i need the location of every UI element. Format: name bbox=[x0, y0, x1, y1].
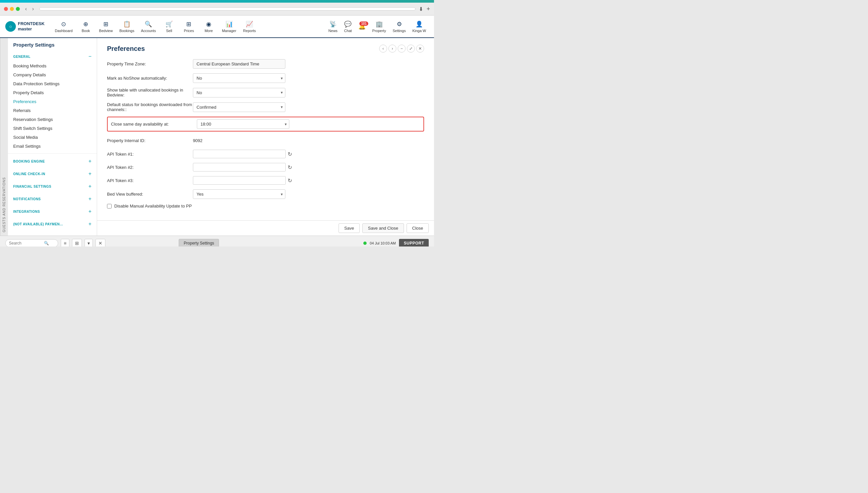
settings-icon: ⚙ bbox=[397, 21, 402, 28]
page-title: Preferences bbox=[107, 45, 145, 52]
general-section-title: GENERAL bbox=[13, 55, 30, 59]
api-token2-refresh-button[interactable]: ↻ bbox=[288, 164, 292, 171]
forward-button[interactable]: › bbox=[30, 5, 36, 13]
minus-nav-button[interactable]: − bbox=[398, 45, 406, 52]
sidebar-item-data-protection[interactable]: Data Protection Settings bbox=[8, 79, 97, 88]
search-input[interactable] bbox=[9, 241, 42, 245]
property-settings-tab[interactable]: Property Settings bbox=[179, 239, 219, 247]
disable-manual-checkbox[interactable] bbox=[107, 204, 112, 209]
online-status-indicator bbox=[363, 241, 366, 245]
api-token3-refresh-button[interactable]: ↻ bbox=[288, 177, 292, 184]
close-bottom-button[interactable]: ✕ bbox=[95, 239, 105, 247]
integrations-header[interactable]: INTEGRATIONS + bbox=[8, 207, 97, 216]
minimize-button[interactable] bbox=[10, 7, 14, 11]
notifications-header[interactable]: NOTIFICATIONS + bbox=[8, 194, 97, 204]
api-token3-input[interactable] bbox=[193, 176, 286, 185]
online-checkin-header[interactable]: ONLINE CHECK-IN + bbox=[8, 169, 97, 179]
nav-settings[interactable]: ⚙ Settings bbox=[390, 18, 408, 35]
nav-accounts-label: Accounts bbox=[141, 29, 156, 33]
general-section-header[interactable]: GENERAL − bbox=[8, 51, 97, 62]
nav-more[interactable]: ◉ More bbox=[199, 18, 219, 35]
bookings-icon: 📋 bbox=[123, 21, 131, 28]
nav-notifications[interactable]: 🔔 101 bbox=[356, 20, 368, 33]
nav-sell[interactable]: 🛒 Sell bbox=[159, 18, 179, 35]
general-section: GENERAL − Booking Methods Company Detail… bbox=[8, 51, 97, 151]
next-arrow-button[interactable]: › bbox=[388, 45, 396, 52]
logo: ○ FRONTDESK master bbox=[5, 21, 45, 32]
reports-icon: 📈 bbox=[246, 21, 253, 28]
unallocated-label: Show table with unallocated bookings in … bbox=[107, 88, 193, 98]
nav-chat[interactable]: 💬 Chat bbox=[341, 18, 354, 35]
financial-header[interactable]: FINANCIAL SETTINGS + bbox=[8, 181, 97, 191]
close-button[interactable]: Close bbox=[406, 223, 429, 233]
api-token2-input[interactable] bbox=[193, 163, 286, 171]
grid-button[interactable]: ⊞ bbox=[72, 239, 82, 247]
nav-prices[interactable]: ⊞ Prices bbox=[179, 18, 199, 35]
sidebar-item-property-details[interactable]: Property Details bbox=[8, 88, 97, 97]
payments-header[interactable]: (NOT AVAILABLE) PAYMEN... + bbox=[8, 219, 97, 229]
nav-book[interactable]: ⊕ Book bbox=[76, 18, 96, 35]
prev-arrow-button[interactable]: ‹ bbox=[379, 45, 387, 52]
sidebar-item-referrals[interactable]: Referrals bbox=[8, 106, 97, 115]
sidebar-tab-label: GUESTS AND RESERVATIONS bbox=[2, 177, 6, 232]
nav-news-label: News bbox=[328, 29, 338, 33]
download-icon[interactable]: ⬇ bbox=[419, 6, 423, 12]
bed-view-select[interactable]: Yes No bbox=[193, 189, 285, 199]
close-nav-button[interactable]: ✕ bbox=[416, 45, 424, 52]
api-token1-refresh-button[interactable]: ↻ bbox=[288, 151, 292, 157]
chevron-down-button[interactable]: ▾ bbox=[85, 239, 93, 247]
address-bar[interactable] bbox=[39, 7, 416, 10]
new-tab-icon[interactable]: + bbox=[426, 6, 430, 13]
nav-reports[interactable]: 📈 Reports bbox=[240, 18, 259, 35]
sidebar-item-booking-methods[interactable]: Booking Methods bbox=[8, 62, 97, 70]
nav-bookings[interactable]: 📋 Bookings bbox=[116, 18, 137, 35]
notifications-add-icon: + bbox=[89, 196, 91, 202]
online-checkin-add-icon: + bbox=[89, 171, 91, 177]
api-token3-wrapper: ↻ bbox=[193, 176, 292, 185]
save-close-button[interactable]: Save and Close bbox=[362, 223, 404, 233]
nav-manager[interactable]: 📊 Manager bbox=[219, 18, 240, 35]
nav-bedview[interactable]: ⊞ Bedview bbox=[96, 18, 116, 35]
financial-title: FINANCIAL SETTINGS bbox=[13, 185, 51, 188]
book-icon: ⊕ bbox=[83, 21, 88, 28]
sell-icon: 🛒 bbox=[165, 21, 173, 28]
sidebar-item-company-details[interactable]: Company Details bbox=[8, 70, 97, 79]
nav-accounts[interactable]: 🔍 Accounts bbox=[138, 18, 159, 35]
nav-bedview-label: Bedview bbox=[99, 29, 113, 33]
api-token1-input[interactable] bbox=[193, 150, 286, 158]
sidebar-item-shift-switch[interactable]: Shift Switch Settings bbox=[8, 124, 97, 133]
booking-engine-header[interactable]: BOOKING ENGINE + bbox=[8, 156, 97, 166]
sidebar-item-reservation-settings[interactable]: Reservation Settings bbox=[8, 115, 97, 124]
noshow-select[interactable]: No Yes bbox=[193, 73, 285, 83]
unallocated-select[interactable]: No Yes bbox=[193, 88, 285, 98]
booking-engine-title: BOOKING ENGINE bbox=[13, 159, 45, 163]
back-button[interactable]: ‹ bbox=[23, 5, 29, 13]
sidebar-item-email-settings[interactable]: Email Settings bbox=[8, 142, 97, 151]
sidebar-item-social-media[interactable]: Social Media bbox=[8, 133, 97, 142]
api-token3-label: API Token #3: bbox=[107, 178, 193, 183]
save-button[interactable]: Save bbox=[338, 223, 360, 233]
nav-property-label: Property bbox=[372, 29, 386, 33]
default-status-select[interactable]: Confirmed Provisional bbox=[193, 103, 285, 112]
maximize-button[interactable] bbox=[16, 7, 20, 11]
internal-id-row: Property Internal ID: 9092 bbox=[107, 136, 424, 145]
nav-sell-label: Sell bbox=[166, 29, 172, 33]
nav-user[interactable]: 👤 Kinga W bbox=[409, 18, 429, 35]
expand-nav-button[interactable]: ⤢ bbox=[407, 45, 415, 52]
search-box[interactable]: 🔍 bbox=[5, 239, 58, 247]
close-same-day-select[interactable]: 18:00 Disabled 00:00 01:00 06:00 12:00 bbox=[197, 119, 289, 129]
support-button[interactable]: SUPPORT bbox=[399, 239, 429, 247]
close-button[interactable] bbox=[4, 7, 8, 11]
bed-view-select-wrapper: Yes No ▾ bbox=[193, 189, 285, 199]
nav-dashboard[interactable]: ⊙ Dashboard bbox=[51, 18, 76, 35]
sidebar-item-preferences[interactable]: Preferences bbox=[8, 97, 97, 106]
sidebar-collapse-tab[interactable]: GUESTS AND RESERVATIONS bbox=[0, 38, 8, 236]
nav-settings-label: Settings bbox=[393, 29, 406, 33]
online-checkin-section: ONLINE CHECK-IN + bbox=[8, 169, 97, 179]
disable-manual-label: Disable Manual Availability Update to PP bbox=[114, 203, 192, 209]
hamburger-button[interactable]: ≡ bbox=[61, 239, 69, 247]
nav-property[interactable]: 🏢 Property bbox=[370, 18, 389, 35]
close-same-day-row: Close same day availability at: 18:00 Di… bbox=[107, 116, 424, 131]
nav-news[interactable]: 📡 News bbox=[326, 18, 340, 35]
content-nav-arrows: ‹ › − ⤢ ✕ bbox=[379, 45, 424, 52]
